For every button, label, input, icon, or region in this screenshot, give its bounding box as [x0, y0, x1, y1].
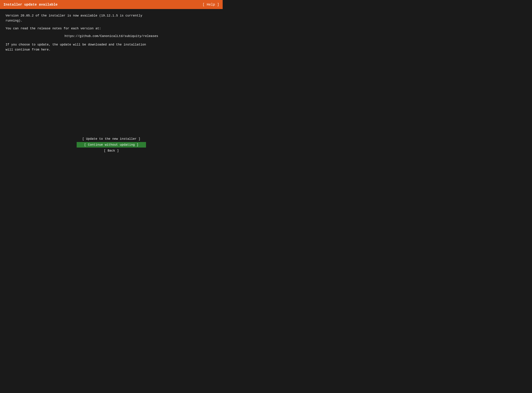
help-button[interactable]: [ Help ]: [202, 3, 219, 7]
description-line1: Version 20.05.2 of the installer is now …: [5, 13, 217, 23]
header-title: Installer update available: [4, 3, 58, 7]
continue-without-updating-button[interactable]: [ Continue without updating ]: [77, 142, 146, 147]
main-content: Version 20.05.2 of the installer is now …: [0, 9, 223, 59]
description-line4: If you choose to update, the update will…: [5, 42, 217, 52]
header: Installer update available [ Help ]: [0, 0, 223, 9]
url-text: https://github.com/CanonicalLtd/subiquit…: [5, 34, 217, 39]
description-line3: You can read the release notes for each …: [5, 26, 217, 31]
back-button[interactable]: [ Back ]: [77, 148, 146, 153]
update-button[interactable]: [ Update to the new installer ]: [77, 136, 146, 142]
buttons-area: [ Update to the new installer ] [ Contin…: [77, 136, 146, 153]
